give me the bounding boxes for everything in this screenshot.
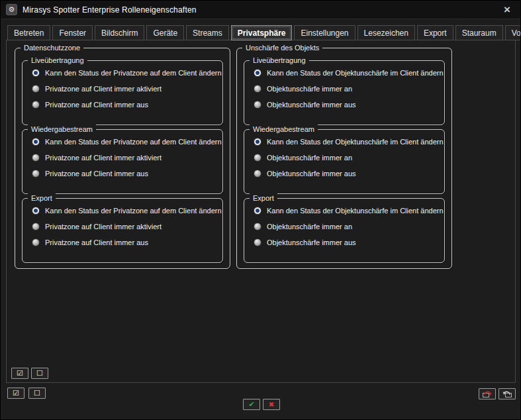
radio-option[interactable]: Objektunschärfe immer an [254, 85, 444, 93]
radio-label: Objektunschärfe immer an [267, 154, 352, 162]
radio-button[interactable] [32, 238, 40, 246]
undo-button[interactable] [498, 388, 516, 399]
radio-button[interactable] [32, 85, 40, 93]
radio-option[interactable]: Privatzone auf Client immer aktiviert [32, 85, 222, 93]
radio-button[interactable] [254, 223, 261, 231]
radio-button[interactable] [32, 223, 40, 231]
radio-label: Kann den Status der Objektunschärfe im C… [267, 138, 444, 146]
radio-label: Kann den Status der Privatzone auf dem C… [45, 207, 222, 215]
radio-option[interactable]: Privatzone auf Client immer aktiviert [32, 223, 222, 231]
tab-einstellungen[interactable]: Einstellungen [294, 25, 355, 40]
radio-option[interactable]: Kann den Status der Privatzone auf dem C… [32, 207, 222, 215]
ok-check-icon: ✔ [248, 401, 254, 408]
radio-button[interactable] [254, 207, 261, 215]
subgroup-liveuebertragung: Liveübertragung Kann den Status der Priv… [22, 60, 223, 125]
radio-label: Objektunschärfe immer aus [267, 170, 356, 178]
radio-button[interactable] [254, 238, 261, 246]
radio-button[interactable] [254, 85, 261, 93]
tab-privatsphaere[interactable]: Privatsphäre [231, 25, 293, 40]
radio-button[interactable] [32, 69, 40, 77]
radio-label: Privatzone auf Client immer aus [45, 170, 148, 178]
radio-option[interactable]: Kann den Status der Objektunschärfe im C… [254, 69, 444, 77]
radio-button[interactable] [32, 154, 40, 162]
radio-option[interactable]: Kann den Status der Privatzone auf dem C… [32, 138, 222, 146]
subgroup-title: Wiedergabestream [28, 125, 96, 134]
tab-export[interactable]: Export [417, 25, 453, 40]
tab-fenster[interactable]: Fenster [52, 25, 93, 40]
tab-geraete[interactable]: Geräte [146, 25, 184, 40]
radio-label: Kann den Status der Objektunschärfe im C… [267, 69, 444, 77]
radio-option[interactable]: Kann den Status der Privatzone auf dem C… [32, 69, 222, 77]
radio-label: Privatzone auf Client immer aus [45, 101, 148, 109]
radio-label: Objektunschärfe immer an [267, 85, 352, 93]
subgroup-title: Export [28, 193, 56, 203]
radio-label: Privatzone auf Client immer aktiviert [45, 85, 162, 93]
unchecked-box-icon: ☐ [36, 370, 43, 377]
tab-betreten[interactable]: Betreten [7, 25, 50, 40]
unchecked-box-icon: ☐ [34, 390, 40, 397]
subgroup-wiedergabestream: Wiedergabestream Kann den Status der Pri… [22, 129, 223, 194]
radio-button[interactable] [254, 170, 261, 178]
radio-option[interactable]: Objektunschärfe immer aus [254, 101, 444, 109]
radio-label: Objektunschärfe immer an [267, 223, 352, 231]
radio-button[interactable] [32, 138, 40, 146]
title-bar: ⚙ Mirasys Spotter Enterprise Rolleneigen… [1, 1, 520, 19]
radio-option[interactable]: Privatzone auf Client immer aus [32, 101, 222, 109]
group-unschaerfe-des-objekts: Unschärfe des Objekts Liveübertragung Ka… [236, 48, 452, 269]
radio-label: Objektunschärfe immer aus [267, 101, 356, 109]
redo-button[interactable] [479, 388, 496, 399]
group-title: Unschärfe des Objekts [242, 43, 322, 53]
radio-label: Kann den Status der Privatzone auf dem C… [45, 69, 222, 77]
radio-option[interactable]: Objektunschärfe immer an [254, 154, 444, 162]
tab-bar: Betreten Fenster Bildschirm Geräte Strea… [7, 25, 521, 40]
close-icon[interactable]: × [500, 3, 514, 17]
ok-button[interactable]: ✔ [243, 399, 260, 410]
radio-option[interactable]: Objektunschärfe immer an [254, 223, 444, 231]
radio-label: Kann den Status der Privatzone auf dem C… [45, 138, 222, 146]
radio-button[interactable] [32, 207, 40, 215]
subgroup-title: Liveübertragung [28, 56, 87, 66]
subgroup-title: Liveübertragung [250, 56, 309, 66]
tab-streams[interactable]: Streams [186, 25, 229, 40]
tab-lesezeichen[interactable]: Lesezeichen [357, 25, 415, 40]
window-select-all-button[interactable]: ☑ [7, 388, 24, 399]
checked-box-icon: ☑ [17, 370, 23, 377]
undo-gray-arrow-icon [502, 390, 512, 398]
window-deselect-all-button[interactable]: ☐ [28, 388, 46, 399]
radio-option[interactable]: Privatzone auf Client immer aus [32, 238, 222, 246]
radio-label: Privatzone auf Client immer aktiviert [45, 223, 162, 231]
tab-bildschirm[interactable]: Bildschirm [95, 25, 144, 40]
panel-deselect-all-button[interactable]: ☐ [31, 368, 48, 379]
tab-stauraum[interactable]: Stauraum [455, 25, 503, 40]
group-datenschutzzone: Datenschutzzone Liveübertragung Kann den… [15, 48, 230, 269]
radio-button[interactable] [254, 154, 261, 162]
subgroup-export: Export Kann den Status der Privatzone au… [22, 198, 223, 263]
subgroup-title: Export [250, 193, 277, 203]
privacy-tab-panel: Datenschutzzone Liveübertragung Kann den… [6, 40, 516, 383]
radio-option[interactable]: Privatzone auf Client immer aktiviert [32, 154, 222, 162]
cancel-x-icon: ✖ [269, 401, 274, 408]
subgroup-liveuebertragung: Liveübertragung Kann den Status der Obje… [244, 60, 445, 125]
subgroup-wiedergabestream: Wiedergabestream Kann den Status der Obj… [244, 129, 445, 194]
radio-button[interactable] [254, 101, 261, 109]
checked-box-icon: ☑ [13, 390, 19, 397]
redo-red-arrow-icon [482, 390, 493, 398]
radio-button[interactable] [254, 138, 261, 146]
radio-option[interactable]: Objektunschärfe immer aus [254, 238, 444, 246]
role-properties-dialog: ⚙ Mirasys Spotter Enterprise Rolleneigen… [0, 0, 521, 420]
radio-option[interactable]: Privatzone auf Client immer aus [32, 170, 222, 178]
subgroup-export: Export Kann den Status der Objektunschär… [244, 198, 445, 263]
radio-button[interactable] [32, 170, 40, 178]
radio-label: Objektunschärfe immer aus [267, 238, 356, 246]
cancel-button[interactable]: ✖ [263, 399, 280, 410]
panel-select-all-button[interactable]: ☑ [11, 368, 28, 379]
radio-option[interactable]: Objektunschärfe immer aus [254, 170, 444, 178]
radio-label: Kann den Status der Objektunschärfe im C… [267, 207, 444, 215]
radio-button[interactable] [254, 69, 261, 77]
radio-option[interactable]: Kann den Status der Objektunschärfe im C… [254, 207, 444, 215]
app-gear-icon: ⚙ [6, 4, 17, 15]
tab-vorfallsbericht[interactable]: Vorfallsbericht [505, 25, 521, 40]
window-title: Mirasys Spotter Enterprise Rolleneigensc… [23, 5, 197, 15]
radio-button[interactable] [32, 101, 40, 109]
radio-option[interactable]: Kann den Status der Objektunschärfe im C… [254, 138, 444, 146]
